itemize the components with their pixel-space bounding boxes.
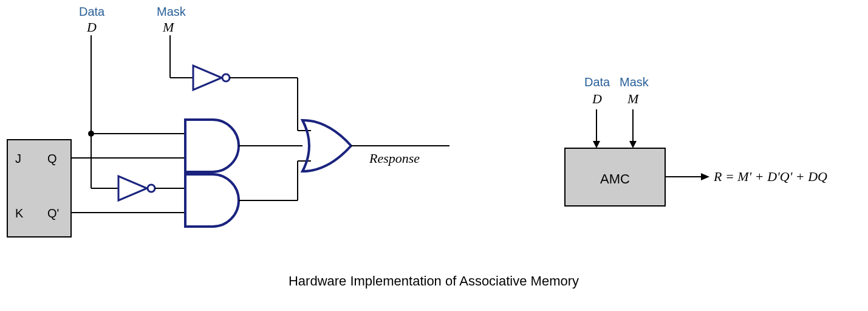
data-label-left: Data <box>79 5 105 18</box>
data-label-right: Data <box>584 75 610 89</box>
response-label: Response <box>369 151 420 166</box>
or-gate <box>302 120 351 171</box>
ff-q-label: Q <box>47 152 57 165</box>
mask-label-right: Mask <box>620 75 649 89</box>
amc-label: AMC <box>600 171 630 186</box>
data-var-right: D <box>592 91 602 106</box>
and-gate-top <box>185 120 239 172</box>
arrow-m-right <box>629 109 637 148</box>
svg-point-1 <box>148 185 155 192</box>
not-gate-mask <box>193 66 230 90</box>
arrow-d-right <box>593 109 600 148</box>
not-gate-data <box>118 176 155 200</box>
arrow-out-right <box>665 173 709 180</box>
equation-label: R = M' + D'Q' + DQ <box>713 169 827 184</box>
ff-qprime-label: Q' <box>47 207 59 220</box>
caption: Hardware Implementation of Associative M… <box>289 273 579 289</box>
mask-var-right: M <box>627 91 640 106</box>
mask-label-left: Mask <box>157 5 186 18</box>
ff-j-label: J <box>15 152 21 165</box>
and-gate-bottom <box>185 174 239 227</box>
svg-point-0 <box>222 74 230 81</box>
data-var-left: D <box>86 19 97 35</box>
ff-k-label: K <box>15 207 24 220</box>
mask-var-left: M <box>162 19 175 35</box>
diagram-canvas: J K Q Q' Data D Mask M <box>0 0 868 311</box>
